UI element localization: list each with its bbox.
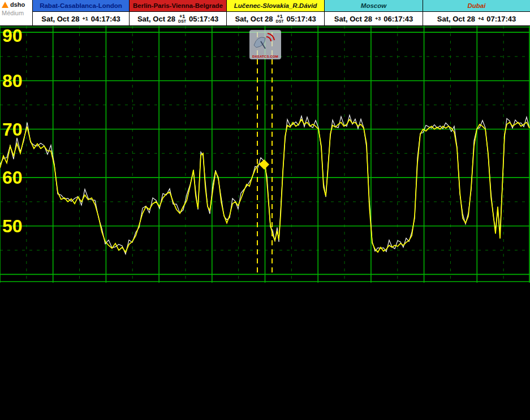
y-axis-label: 70	[2, 119, 23, 140]
clock-time-row: Sat, Oct 28+407:17:43	[423, 12, 530, 25]
clock-date: Sat, Oct 28	[235, 15, 273, 23]
measurement-panel: ✔ Pwr 66.7 dBµV 11188.4 MHz. ✔ C/N 13.7 …	[0, 283, 530, 420]
dxsatcs-logo: DXSATCS.COM	[249, 30, 281, 59]
clock-time-row: Sat, Oct 28+1DST05:17:43	[227, 12, 324, 25]
clock-city-label: Moscow	[325, 0, 423, 12]
clock-time: 06:17:43	[384, 15, 413, 23]
clock-city-label: Berlin-Paris-Vienna-Belgrade	[130, 0, 226, 12]
satellite-meter-screen: dsho Médium Rabat-Casablanca-LondonSat, …	[0, 0, 530, 420]
clock-panel-5[interactable]: DubaiSat, Oct 28+407:17:43	[423, 0, 530, 25]
app-logo-cell: dsho Médium	[0, 0, 32, 25]
clock-utc-offset: +3	[375, 16, 381, 21]
y-axis-label: 50	[2, 216, 23, 236]
clock-utc-offset: +1	[82, 16, 88, 21]
satellite-dish-icon	[249, 30, 530, 287]
clock-panel-4[interactable]: MoscowSat, Oct 28+306:17:43	[324, 0, 423, 25]
clock-date: Sat, Oct 28	[137, 15, 175, 23]
y-axis-label: 60	[2, 167, 23, 188]
clock-date: Sat, Oct 28	[334, 15, 372, 23]
clock-time-row: Sat, Oct 28+306:17:43	[325, 12, 423, 25]
world-clock-bar: dsho Médium Rabat-Casablanca-LondonSat, …	[0, 0, 530, 26]
clock-utc-offset: +4	[478, 16, 484, 21]
clock-time: 04:17:43	[91, 15, 120, 23]
clock-date: Sat, Oct 28	[437, 15, 475, 23]
clock-city-label: Lučenec-Slovakia_R.Dávid	[227, 0, 324, 12]
app-subtitle: Médium	[2, 10, 31, 16]
clock-utc-offset: +1DST	[276, 14, 284, 23]
clock-panel-3[interactable]: Lučenec-Slovakia_R.DávidSat, Oct 28+1DST…	[226, 0, 324, 25]
clock-city-label: Dubai	[423, 0, 530, 12]
clock-utc-offset: +1DST	[178, 14, 186, 23]
clock-time: 05:17:43	[287, 15, 316, 23]
clock-time-row: Sat, Oct 28+1DST05:17:43	[130, 12, 226, 25]
clock-time: 07:17:43	[486, 15, 516, 23]
clock-panel-2[interactable]: Berlin-Paris-Vienna-BelgradeSat, Oct 28+…	[129, 0, 226, 25]
clock-time: 05:17:43	[189, 15, 218, 23]
y-axis-label: 80	[2, 71, 23, 91]
app-label: dsho	[10, 1, 25, 8]
clock-city-label: Rabat-Casablanca-London	[33, 0, 129, 12]
vlc-cone-icon	[2, 2, 8, 8]
y-axis-label: 90	[2, 26, 23, 46]
clock-time-row: Sat, Oct 28+104:17:43	[33, 12, 129, 25]
clock-date: Sat, Oct 28	[41, 15, 79, 23]
clock-panels: Rabat-Casablanca-LondonSat, Oct 28+104:1…	[32, 0, 530, 25]
spectrum-display[interactable]: 9080706050 DXSATCS.COM	[0, 26, 530, 283]
clock-panel-1[interactable]: Rabat-Casablanca-LondonSat, Oct 28+104:1…	[32, 0, 129, 25]
